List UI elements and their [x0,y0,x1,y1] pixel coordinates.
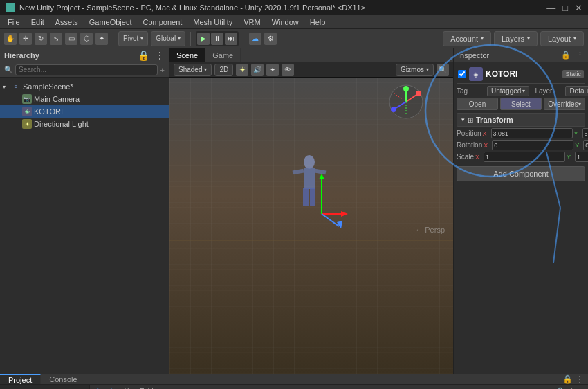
position-label: Position [457,129,481,137]
hierarchy-lock-icon[interactable]: 🔒 [138,50,149,61]
tree-item-kotori[interactable]: ◈ KOTORI [0,105,169,118]
scene-hidden-icon[interactable]: 👁 [282,64,294,76]
svg-point-18 [403,86,409,91]
hand-tool[interactable]: ✋ [4,33,17,45]
tree-item-samplescene[interactable]: ▾ ≡ SampleScene* [0,80,169,93]
prefab-icon: ◈ [22,107,32,116]
game-tab-label: Game [212,51,233,60]
object-active-checkbox[interactable] [458,70,466,78]
inspector-more-icon[interactable]: ⋮ [576,51,584,60]
position-x-label: X [483,130,490,137]
play-button[interactable]: ▶ [197,33,210,45]
rotation-y-input[interactable] [583,140,588,150]
menu-vrm[interactable]: VRM [239,17,265,28]
svg-rect-6 [310,188,315,206]
svg-point-13 [389,85,423,118]
tag-dropdown[interactable]: Untagged ▾ [487,86,529,96]
gizmos-dropdown[interactable]: Gizmos ▾ [396,64,434,76]
menu-file[interactable]: File [3,17,25,28]
tree-label-kotori: KOTORI [34,107,63,116]
rect-tool[interactable]: ▭ [65,33,77,45]
scene-light-icon[interactable]: ☀ [236,64,248,76]
collab-icon[interactable]: ☁ [249,33,261,45]
2d-toggle[interactable]: 2D [214,64,233,76]
scene-audio-icon[interactable]: 🔊 [251,64,264,76]
hierarchy-more-icon[interactable]: ⋮ [155,50,165,61]
scale-label: Scale [457,153,474,161]
transform-more-icon[interactable]: ⋮ [573,116,580,124]
layers-button[interactable]: Layers ▾ [494,31,538,46]
pivot-button[interactable]: Pivot ▾ [118,31,148,46]
hierarchy-search-input[interactable] [15,64,158,75]
tree-item-dirlight[interactable]: ☀ Directional Light [0,118,169,130]
project-sidebar: ★ Favorites All Materials All Models All… [0,385,90,389]
tab-console[interactable]: Console [41,374,86,384]
scene-fx-icon[interactable]: ✦ [266,64,279,76]
rotate-tool[interactable]: ↻ [35,33,47,45]
hierarchy-add-icon[interactable]: + [160,66,165,74]
scale-x-input[interactable] [484,152,565,162]
move-tool[interactable]: ✛ [19,33,32,45]
custom-tool[interactable]: ✦ [95,33,108,45]
persp-label: ← Persp [415,226,445,234]
position-y-input[interactable] [582,128,588,138]
scene-toolbar: Shaded ▾ 2D ☀ 🔊 ✦ 👁 Gizmos ▾ 🔍 [169,62,453,78]
shaded-dropdown[interactable]: Shaded ▾ [174,64,212,76]
tab-scene[interactable]: Scene [169,48,205,62]
inspector-lock-icon[interactable]: 🔒 [561,51,571,60]
svg-rect-2 [304,168,315,189]
scene-gizmo-widget [387,83,425,121]
add-component-label: Add Component [493,170,549,178]
select-button[interactable]: Select [500,98,542,110]
rotation-x-input[interactable] [492,140,573,150]
center-panel: Scene Game Shaded ▾ 2D ☀ 🔊 ✦ 👁 Gizmos ▾ [169,48,453,374]
menu-meshutility[interactable]: Mesh Utility [188,17,237,28]
inspector-panel: Inspector 🔒 ⋮ ◈ KOTORI Static Tag Untagg… [453,48,588,374]
svg-marker-8 [319,174,324,179]
pause-button[interactable]: ⏸ [211,33,223,45]
menu-component[interactable]: Component [138,17,187,28]
step-button[interactable]: ⏭ [225,33,237,45]
overrides-button[interactable]: Overrides ▾ [544,98,585,110]
layer-dropdown[interactable]: Default ▾ [565,86,588,96]
open-button[interactable]: Open [457,98,498,110]
transform-tool[interactable]: ⬡ [80,33,93,45]
account-dropdown-arrow: ▾ [481,35,484,42]
svg-line-20 [394,102,406,109]
tab-game[interactable]: Game [205,48,241,62]
scale-y-input[interactable] [575,152,588,162]
maximize-button[interactable]: □ [562,3,568,13]
svg-line-16 [394,93,406,102]
scene-icon: ≡ [11,82,21,91]
menu-assets[interactable]: Assets [50,17,83,28]
menu-edit[interactable]: Edit [26,17,49,28]
bottom-more-icon[interactable]: ⋮ [576,374,584,384]
bottom-lock-icon[interactable]: 🔒 [562,374,573,384]
rotation-x-label: X [484,142,490,149]
main-content: Hierarchy 🔒 ⋮ 🔍 + ▾ ≡ SampleScene* 📷 Mai… [0,48,588,374]
object-type-icon: ◈ [469,67,483,81]
scene-search-icon[interactable]: 🔍 [437,64,449,76]
model-buttons: Open Select Overrides ▾ [457,98,585,110]
layout-button[interactable]: Layout ▾ [540,31,584,46]
position-x-input[interactable] [491,128,573,138]
tree-arrow-scene: ▾ [3,84,11,90]
layout-dropdown-arrow: ▾ [573,35,576,42]
scale-tool[interactable]: ⤡ [50,33,62,45]
tab-project[interactable]: Project [0,374,41,384]
account-button[interactable]: Account ▾ [443,31,491,46]
menu-gameobject[interactable]: GameObject [84,17,137,28]
add-component-button[interactable]: Add Component [457,166,585,181]
minimize-button[interactable]: — [546,3,555,13]
tree-item-maincamera[interactable]: 📷 Main Camera [0,93,169,105]
overrides-arrow: ▾ [578,101,581,107]
scale-y-label: Y [567,154,573,161]
menu-help[interactable]: Help [305,17,331,28]
menu-window[interactable]: Window [267,17,304,28]
close-button[interactable]: ✕ [575,3,582,13]
separator-1 [113,32,113,46]
cloud-icon[interactable]: ⚙ [264,33,277,45]
scene-view[interactable]: ← Persp [169,78,453,374]
transform-component-header[interactable]: ▾ ⊞ Transform ⋮ [457,113,585,127]
global-button[interactable]: Global ▾ [151,31,185,46]
